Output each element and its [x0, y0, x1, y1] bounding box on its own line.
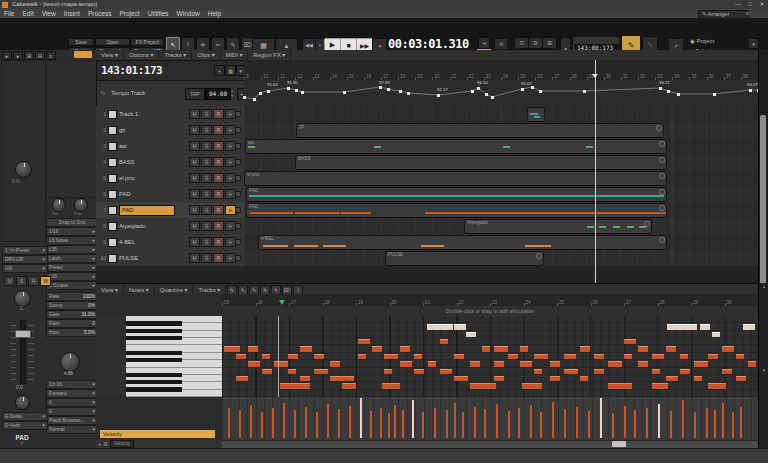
trackview-playhead[interactable]	[595, 60, 596, 283]
velocity-stem[interactable]	[682, 400, 684, 438]
midi-note[interactable]	[494, 376, 504, 381]
midi-note[interactable]	[288, 369, 296, 374]
midi-note[interactable]	[748, 361, 756, 366]
velocity-stem[interactable]	[646, 408, 648, 438]
midi-note[interactable]	[440, 369, 452, 374]
inspector-s-button[interactable]: S	[16, 276, 27, 286]
midi-note[interactable]	[652, 383, 668, 388]
velocity-stem[interactable]	[612, 413, 614, 438]
tempo-node[interactable]	[485, 93, 488, 96]
track-r-button[interactable]: R	[213, 109, 224, 119]
inspector-m-button[interactable]: M	[4, 276, 15, 286]
velocity-stem[interactable]	[454, 403, 456, 438]
midi-note[interactable]	[262, 369, 272, 374]
midi-note[interactable]	[700, 324, 710, 329]
midi-note[interactable]	[470, 383, 496, 388]
velocity-lane[interactable]	[222, 397, 758, 440]
insp-right-lower-4[interactable]: Patch Browser...▾	[46, 416, 98, 425]
insp-right-row-5[interactable]: L05▸	[46, 272, 98, 281]
track-automation-dot[interactable]	[235, 159, 241, 165]
velocity-stem[interactable]	[732, 412, 734, 438]
track-header-2[interactable]: 2gitMSR⊳	[96, 122, 244, 139]
velocity-stem[interactable]	[228, 408, 230, 438]
midi-note[interactable]	[743, 324, 755, 329]
tempo-node[interactable]	[437, 94, 440, 97]
track-s-button[interactable]: S	[201, 109, 212, 119]
track-s-button[interactable]: S	[201, 189, 212, 199]
clip-fx-icon[interactable]	[659, 237, 665, 243]
track-m-button[interactable]: M	[189, 141, 200, 151]
midi-note[interactable]	[666, 376, 678, 381]
arp-main-knob[interactable]	[60, 352, 80, 372]
midi-note[interactable]	[274, 361, 288, 366]
midi-note[interactable]	[248, 361, 260, 366]
velocity-stem[interactable]	[740, 407, 742, 438]
tempo-node[interactable]	[343, 91, 346, 94]
midi-note[interactable]	[550, 361, 560, 366]
midi-note[interactable]	[224, 346, 240, 351]
close-button[interactable]: ✕	[756, 0, 768, 9]
file-button-save[interactable]: Save	[68, 38, 94, 46]
midi-note[interactable]	[736, 354, 744, 359]
module-overflow-button[interactable]: ▾	[748, 38, 759, 49]
midi-note[interactable]	[330, 361, 340, 366]
tempo-node[interactable]	[301, 91, 304, 94]
tempo-node[interactable]	[295, 89, 298, 92]
midi-note[interactable]	[427, 324, 453, 329]
midi-note[interactable]	[248, 346, 258, 351]
tempo-value-box[interactable]: 94.00	[205, 88, 231, 100]
track-m-button[interactable]: M	[189, 109, 200, 119]
black-key[interactable]	[126, 380, 182, 384]
trim-knob[interactable]	[15, 395, 30, 410]
velocity-stem[interactable]	[540, 412, 542, 438]
track-automation-dot[interactable]	[235, 239, 241, 245]
prv-draw-tool-icon[interactable]: ✎	[271, 285, 281, 295]
midi-note[interactable]	[428, 361, 436, 366]
tempo-node[interactable]	[749, 89, 752, 92]
track-r-button[interactable]: R	[213, 157, 224, 167]
track-header-10[interactable]: 10PULSEMSR⊳	[96, 250, 244, 267]
midi-note[interactable]	[236, 354, 246, 359]
clip-lane-2[interactable]: git	[244, 122, 758, 139]
tempo-node[interactable]	[491, 96, 494, 99]
clip-el-pno[interactable]: el pno	[244, 171, 667, 186]
velocity-stem[interactable]	[670, 411, 672, 438]
tempo-node[interactable]	[407, 92, 410, 95]
tv-menu-options[interactable]: Options ▾	[124, 50, 160, 60]
velocity-stem[interactable]	[349, 406, 351, 438]
midi-note[interactable]	[382, 383, 400, 388]
velocity-stem[interactable]	[530, 405, 532, 438]
tempo-node[interactable]	[379, 86, 382, 89]
track-m-button[interactable]: M	[189, 205, 200, 215]
track-m-button[interactable]: M	[189, 125, 200, 135]
track-name[interactable]: Arpegiado	[119, 223, 171, 229]
velocity-stem[interactable]	[624, 406, 626, 438]
midi-note[interactable]	[508, 354, 518, 359]
insp-param-rate[interactable]: Rate100%	[46, 292, 98, 301]
midi-note[interactable]	[712, 332, 720, 337]
track-header-9[interactable]: 94-BELMSR⊳	[96, 234, 244, 251]
velocity-stem[interactable]	[316, 412, 318, 438]
midi-note[interactable]	[262, 354, 270, 359]
midi-note[interactable]	[314, 354, 324, 359]
track-name[interactable]: 4-BEL	[119, 239, 171, 245]
velocity-stem[interactable]	[283, 403, 285, 438]
tempo-node[interactable]	[677, 93, 680, 96]
velocity-stem[interactable]	[422, 412, 424, 438]
tv-menu-midi[interactable]: MIDI ▾	[221, 50, 249, 60]
clip-lane-1[interactable]	[244, 106, 758, 123]
midi-note[interactable]	[722, 369, 732, 374]
midi-note[interactable]	[534, 354, 548, 359]
menu-file[interactable]: File	[0, 9, 18, 18]
midi-note[interactable]	[580, 346, 590, 351]
tempo-spinner[interactable]: ▴▾	[231, 88, 233, 98]
track-name[interactable]: Track 1	[119, 111, 171, 117]
track-s-button[interactable]: S	[201, 237, 212, 247]
track-automation-dot[interactable]	[235, 191, 241, 197]
midi-note[interactable]	[358, 339, 370, 344]
tv-menu-clips[interactable]: Clips ▾	[192, 50, 220, 60]
insp-right-lower-1[interactable]: Forward▾	[46, 389, 98, 398]
midi-note[interactable]	[414, 369, 424, 374]
track-r-button[interactable]: R	[213, 125, 224, 135]
pianoroll-hscroll-thumb[interactable]	[612, 441, 626, 447]
